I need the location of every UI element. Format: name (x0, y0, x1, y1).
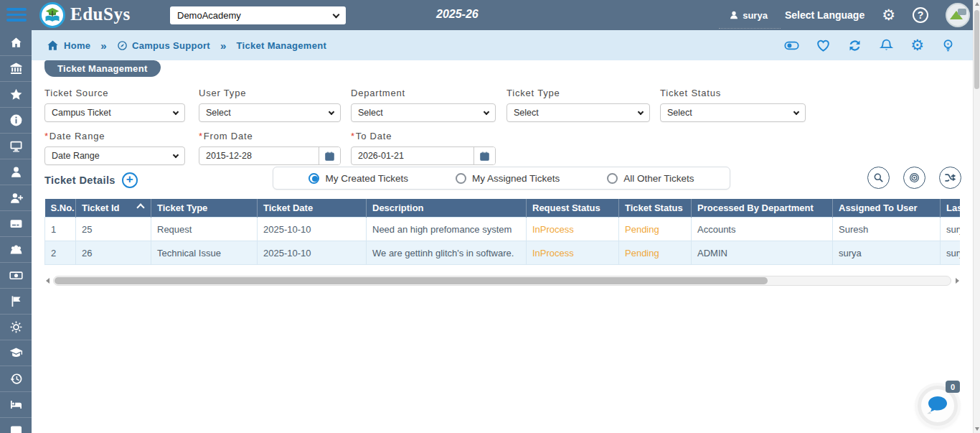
bulb-icon[interactable] (941, 38, 956, 53)
date-range-label: *Date Range (44, 131, 185, 141)
sidebar-item-bed[interactable] (0, 392, 32, 418)
horizontal-scrollbar[interactable] (43, 275, 961, 287)
table-header-row: S.No.Ticket IdTicket TypeTicket DateDesc… (45, 199, 961, 218)
sidebar-item-person[interactable] (0, 159, 32, 185)
history-icon (9, 372, 23, 386)
sidebar-item-id-card[interactable] (0, 211, 32, 237)
to-date-input[interactable]: 2026-01-21 (351, 146, 496, 165)
filter-label: Ticket Status (660, 88, 806, 98)
breadcrumb-item-ticket-management[interactable]: Ticket Management (237, 40, 327, 51)
radio-my-assigned-tickets[interactable]: My Assigned Tickets (456, 173, 560, 184)
sidebar-item-users[interactable] (0, 237, 32, 263)
ticket-status-select[interactable]: Select (660, 103, 806, 122)
vertical-scroll-thumb[interactable] (974, 10, 979, 89)
home-icon (9, 36, 23, 50)
cell-ticket_id: 26 (76, 241, 151, 265)
calendar-icon[interactable] (319, 147, 340, 164)
sidebar-item-star[interactable] (0, 82, 32, 108)
sidebar-item-info[interactable] (0, 108, 32, 134)
sidebar-item-graduation-cap[interactable] (0, 340, 32, 366)
ticket-source-select[interactable]: Campus Ticket (44, 103, 185, 122)
column-header-last[interactable]: Last (941, 199, 961, 218)
sidebar-item-sun[interactable] (0, 315, 32, 340)
breadcrumb-bar: Home»Campus Support»Ticket Management ⚙ (32, 30, 973, 60)
horizontal-scroll-thumb[interactable] (55, 277, 768, 284)
academy-select[interactable]: DemoAcademy (170, 6, 346, 24)
shuffle-icon (944, 172, 956, 184)
topbar-right: surya Select Language ⚙ ? (729, 0, 970, 30)
scroll-up-arrow[interactable] (975, 2, 979, 6)
date-range-select[interactable]: Date Range (44, 146, 185, 165)
help-icon[interactable]: ? (913, 7, 928, 23)
sidebar-item-flag[interactable] (0, 289, 32, 315)
scroll-left-arrow[interactable] (43, 276, 52, 286)
vertical-scrollbar[interactable] (973, 0, 980, 433)
horizontal-scroll-track[interactable] (53, 276, 951, 286)
sidebar-item-history[interactable] (0, 366, 32, 392)
column-header-ticket-id[interactable]: Ticket Id (76, 199, 151, 218)
filter-label: User Type (199, 88, 341, 98)
department-select[interactable]: Select (351, 103, 496, 122)
scroll-down-arrow[interactable] (975, 427, 979, 431)
calendar-icon[interactable] (473, 147, 495, 164)
to-date-label: *To Date (351, 131, 496, 141)
scroll-right-arrow[interactable] (953, 276, 961, 286)
search-button[interactable] (867, 167, 890, 189)
user-type-select[interactable]: Select (199, 103, 341, 122)
cell-assigned_to: Suresh (833, 218, 941, 241)
ticket-table: S.No.Ticket IdTicket TypeTicket DateDesc… (44, 199, 960, 265)
radio-dot (607, 173, 618, 184)
filter-user-type: User Type Select (199, 88, 341, 122)
sidebar-item-money[interactable] (0, 263, 32, 289)
heart-icon[interactable] (816, 38, 831, 53)
column-header-request-status[interactable]: Request Status (527, 199, 619, 218)
bell-icon[interactable] (879, 38, 894, 53)
graduation-cap-icon (9, 346, 23, 360)
table-row[interactable]: 226Technical Issue2025-10-10We are getti… (45, 241, 961, 265)
shuffle-button[interactable] (939, 167, 961, 189)
academic-year: 2025-26 (436, 8, 479, 21)
sidebar-item-person-add[interactable] (0, 185, 32, 211)
page-tab[interactable]: Ticket Management (44, 60, 161, 77)
breadcrumb-item-home[interactable]: Home (46, 39, 90, 52)
gear-icon[interactable]: ⚙ (910, 37, 924, 53)
column-header-assigned-to-user[interactable]: Assigned To User (833, 199, 941, 218)
radio-all-other-tickets[interactable]: All Other Tickets (607, 173, 694, 184)
sidebar-item-monitor[interactable] (0, 134, 32, 159)
table-row[interactable]: 125Request2025-10-10Need an high prefoma… (45, 218, 961, 241)
radio-dot (308, 173, 319, 184)
sidebar-item-bank[interactable] (0, 56, 32, 82)
sidebar-item-home[interactable] (0, 30, 32, 56)
chevron-down-icon (333, 11, 340, 18)
column-header-processed-by-department[interactable]: Processed By Department (692, 199, 833, 218)
table-action-buttons (867, 167, 961, 189)
cell-description: We are gettinh glitch's in software. (367, 241, 527, 265)
column-header-ticket-date[interactable]: Ticket Date (258, 199, 367, 218)
from-date-input[interactable]: 2015-12-28 (199, 146, 341, 165)
bank-icon (9, 62, 23, 75)
column-header-description[interactable]: Description (367, 199, 527, 218)
chat-widget-button[interactable]: 0 (918, 386, 958, 426)
toggle-icon[interactable] (784, 38, 799, 53)
hamburger-menu-icon[interactable] (6, 8, 27, 22)
radio-my-created-tickets[interactable]: My Created Tickets (308, 173, 408, 184)
column-header-s-no-[interactable]: S.No. (45, 199, 76, 218)
sidebar-item-bus[interactable] (0, 418, 32, 433)
breadcrumb-label: Campus Support (132, 40, 210, 51)
add-ticket-button[interactable]: + (122, 172, 138, 188)
cell-ticket_type: Request (151, 218, 258, 241)
column-header-ticket-status[interactable]: Ticket Status (619, 199, 692, 218)
avatar[interactable] (946, 3, 970, 27)
from-date-field: *From Date 2015-12-28 (199, 131, 341, 165)
cell-ticket_date: 2025-10-10 (258, 241, 367, 265)
refresh-icon[interactable] (847, 38, 862, 53)
ticket-type-select[interactable]: Select (507, 103, 650, 122)
settings-gear-icon[interactable]: ⚙ (882, 6, 895, 24)
select-language-button[interactable]: Select Language (785, 9, 864, 21)
column-header-ticket-type[interactable]: Ticket Type (151, 199, 258, 218)
breadcrumb-item-campus-support[interactable]: Campus Support (117, 40, 210, 51)
info-icon (9, 113, 23, 127)
user-menu[interactable]: surya (729, 10, 768, 21)
target-button[interactable] (903, 167, 925, 189)
to-date-field: *To Date 2026-01-21 (351, 131, 496, 165)
